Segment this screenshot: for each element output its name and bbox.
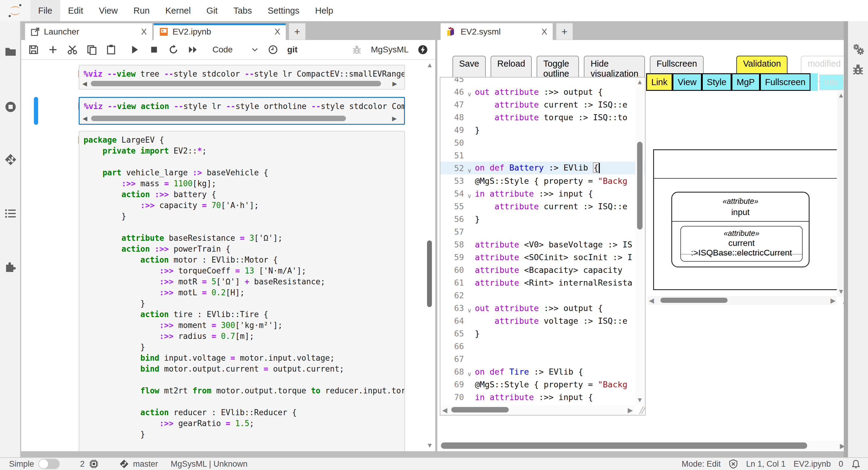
debugger-icon[interactable] xyxy=(851,63,864,76)
git-branch-name[interactable]: master xyxy=(133,460,158,469)
scroll-left-icon[interactable]: ◀ xyxy=(649,297,654,305)
menu-file[interactable]: File xyxy=(30,0,60,21)
viz-hscrollbar[interactable]: ◀ ▶ ╱ xyxy=(648,296,837,305)
editor-line-66[interactable]: 66 xyxy=(440,340,645,353)
editor-line-54[interactable]: 54∨in attribute :>> input { xyxy=(440,187,645,200)
editor-mode[interactable]: Mode: Edit xyxy=(682,460,721,469)
close-icon[interactable]: X xyxy=(141,27,147,37)
menu-help[interactable]: Help xyxy=(307,0,341,21)
editor-line-45[interactable]: 45 xyxy=(440,77,645,85)
close-icon[interactable]: X xyxy=(541,27,547,37)
menu-settings[interactable]: Settings xyxy=(260,0,307,21)
cut-icon[interactable] xyxy=(67,45,78,55)
diagram-node-input[interactable]: «attribute» input «attribute» current :>… xyxy=(671,192,810,267)
sysml-code-editor[interactable]: 4546∨out attribute :>> output {47 attrib… xyxy=(440,77,646,415)
editor-line-52[interactable]: 52∨on def Battery :> EVlib { xyxy=(440,162,645,174)
viz-style-button[interactable]: Style xyxy=(702,73,732,91)
editor-line-46[interactable]: 46∨out attribute :>> output { xyxy=(440,85,645,98)
viz-canvas[interactable]: «attribute» input «attribute» current :>… xyxy=(648,91,837,295)
kernel-status-text[interactable]: MgSysML | Unknown xyxy=(171,460,248,469)
code-cell-2[interactable]: %viz --view action --style lr --style or… xyxy=(79,97,405,125)
simple-mode-toggle[interactable] xyxy=(38,459,60,469)
menu-run[interactable]: Run xyxy=(126,0,157,21)
scroll-up-icon[interactable]: ▲ xyxy=(838,91,844,99)
editor-line-70[interactable]: 70in attribute :>> input { xyxy=(440,391,645,403)
new-tab-button[interactable]: + xyxy=(289,23,306,40)
editor-line-62[interactable]: 62 xyxy=(440,289,645,302)
scroll-left-icon[interactable]: ◀ xyxy=(83,115,87,121)
selected-cell-indicator[interactable] xyxy=(34,97,38,125)
close-icon[interactable]: X xyxy=(275,27,280,37)
scroll-down-icon[interactable]: ▼ xyxy=(427,442,433,449)
editor-line-58[interactable]: 58attribute <V0> baseVoltage :> IS xyxy=(440,238,645,251)
editor-line-68[interactable]: 68∨on def Tire :> EVlib { xyxy=(440,365,645,378)
notification-count[interactable]: 0 xyxy=(839,460,843,469)
kernel-name[interactable]: MgSysML xyxy=(371,45,409,55)
cell-hscrollbar[interactable]: ◀▶ xyxy=(82,81,401,87)
code-cell-1[interactable]: %viz --view tree --style stdcolor --styl… xyxy=(79,65,405,90)
editor-line-50[interactable]: 50 xyxy=(440,136,645,149)
scroll-left-icon[interactable]: ◀ xyxy=(442,406,447,414)
panel-divider[interactable] xyxy=(844,21,848,457)
fold-icon[interactable]: ∨ xyxy=(464,370,475,378)
folder-icon[interactable] xyxy=(4,46,17,58)
scroll-right-icon[interactable]: ▶ xyxy=(393,81,397,87)
tab-ev2-ipynb[interactable]: EV2.ipynb X xyxy=(153,23,286,40)
resize-grip[interactable]: ╱╱ xyxy=(640,406,644,414)
bell-icon[interactable] xyxy=(851,459,861,469)
tab-launcher[interactable]: Launcher X xyxy=(25,23,153,40)
running-kernels-icon[interactable] xyxy=(4,100,17,113)
git-branch-icon[interactable] xyxy=(119,459,129,469)
editor-line-59[interactable]: 59attribute <SOCinit> socInit :> I xyxy=(440,251,645,263)
editor-line-56[interactable]: 56} xyxy=(440,213,645,225)
run-icon[interactable] xyxy=(129,45,140,55)
menu-kernel[interactable]: Kernel xyxy=(157,0,198,21)
menu-tabs[interactable]: Tabs xyxy=(225,0,260,21)
panel-hscrollbar[interactable]: ▶ xyxy=(437,441,847,451)
scroll-up-icon[interactable]: ▲ xyxy=(637,78,643,86)
editor-line-53[interactable]: 53@MgS::Style { property = "Backg xyxy=(440,174,645,187)
editor-line-67[interactable]: 67 xyxy=(440,353,645,365)
editor-line-51[interactable]: 51 xyxy=(440,149,645,162)
menu-git[interactable]: Git xyxy=(198,0,225,21)
cell-hscrollbar[interactable]: ◀▶ xyxy=(83,115,401,121)
editor-line-47[interactable]: 47 attribute current :> ISQ::e xyxy=(440,98,645,111)
editor-hscrollbar[interactable]: ◀ ▶ xyxy=(440,405,634,415)
editor-line-57[interactable]: 57 xyxy=(440,225,645,238)
fold-icon[interactable]: ∨ xyxy=(464,167,475,174)
cursor-position[interactable]: Ln 1, Col 1 xyxy=(746,460,786,469)
fold-icon[interactable]: ∨ xyxy=(464,307,475,314)
viz-view-button[interactable]: View xyxy=(673,73,702,91)
editor-line-63[interactable]: 63∨out attribute :>> output { xyxy=(440,302,645,314)
viz-link-button[interactable]: Link xyxy=(646,73,673,91)
code-cell-3[interactable]: package LargeEV { private import EV2::*;… xyxy=(79,131,405,451)
clock-icon[interactable] xyxy=(268,45,278,55)
editor-vscrollbar[interactable]: ▲ ▼ xyxy=(635,78,644,405)
scroll-right-icon[interactable]: ▶ xyxy=(392,115,397,121)
notebook-vscrollbar[interactable]: ▲ ▼ xyxy=(426,61,433,449)
copy-icon[interactable] xyxy=(87,45,97,55)
editor-line-65[interactable]: 65} xyxy=(440,327,645,340)
fold-icon[interactable]: ∨ xyxy=(464,91,475,98)
diagram-frame[interactable]: «attribute» input «attribute» current :>… xyxy=(653,149,837,290)
viz-fullscreen-button[interactable]: Fullscreen xyxy=(760,73,811,91)
editor-line-64[interactable]: 64 attribute voltage :> ISQ::e xyxy=(440,314,645,327)
kernel-count[interactable]: 2 xyxy=(80,460,85,469)
diagram-attr-current[interactable]: «attribute» current :>ISQBase::electricC… xyxy=(680,226,803,262)
editor-line-69[interactable]: 69@MgS::Style { property = "Backg xyxy=(440,378,645,391)
toc-icon[interactable] xyxy=(4,207,17,220)
scroll-left-icon[interactable]: ◀ xyxy=(82,81,87,87)
extensions-icon[interactable] xyxy=(4,260,17,273)
fold-icon[interactable]: ∨ xyxy=(464,192,475,200)
viz-mgp-button[interactable]: MgP xyxy=(732,73,760,91)
property-inspector-icon[interactable] xyxy=(851,42,864,55)
paste-icon[interactable] xyxy=(106,45,116,55)
scroll-down-icon[interactable]: ▼ xyxy=(838,288,844,296)
editor-line-48[interactable]: 48 attribute torque :> ISQ::to xyxy=(440,111,645,123)
scroll-right-icon[interactable]: ▶ xyxy=(831,297,836,305)
editor-line-55[interactable]: 55 attribute current :> ISQ::e xyxy=(440,200,645,213)
cell-type-dropdown[interactable]: Code xyxy=(213,45,259,55)
bug-icon[interactable] xyxy=(352,45,362,55)
editor-line-61[interactable]: 61attribute <Rint> internalResista xyxy=(440,276,645,289)
new-tab-button[interactable]: + xyxy=(556,23,573,40)
